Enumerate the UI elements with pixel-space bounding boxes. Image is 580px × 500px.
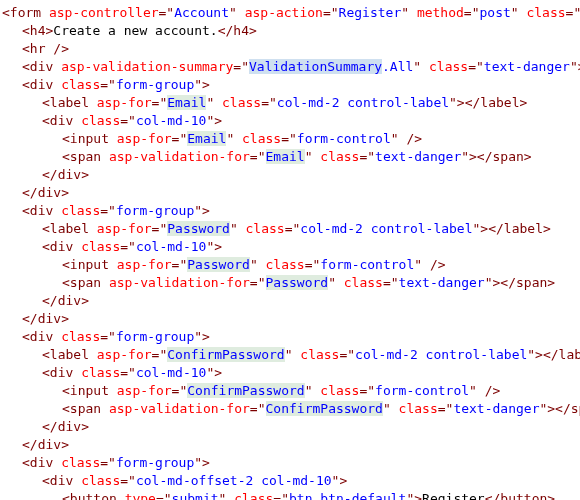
code-line: <span asp-validation-for="Password" clas… — [2, 274, 578, 292]
code-line: <div class="form-group"> — [2, 328, 578, 346]
code-line: <span asp-validation-for="ConfirmPasswor… — [2, 400, 578, 418]
code-line: <input asp-for="ConfirmPassword" class="… — [2, 382, 578, 400]
code-line: <form asp-controller="Account" asp-actio… — [2, 4, 578, 22]
code-line: <label asp-for="Email" class="col-md-2 c… — [2, 94, 578, 112]
code-line: <div class="col-md-offset-2 col-md-10"> — [2, 472, 578, 490]
code-line: <h4>Create a new account.</h4> — [2, 22, 578, 40]
code-line: <div class="col-md-10"> — [2, 112, 578, 130]
code-line: <input asp-for="Password" class="form-co… — [2, 256, 578, 274]
code-line: <div class="col-md-10"> — [2, 238, 578, 256]
code-line: <div class="col-md-10"> — [2, 364, 578, 382]
code-block: <form asp-controller="Account" asp-actio… — [2, 4, 578, 500]
code-line: <label asp-for="ConfirmPassword" class="… — [2, 346, 578, 364]
code-line: <div class="form-group"> — [2, 202, 578, 220]
code-line: <span asp-validation-for="Email" class="… — [2, 148, 578, 166]
code-line: <label asp-for="Password" class="col-md-… — [2, 220, 578, 238]
code-line: <div asp-validation-summary="ValidationS… — [2, 58, 578, 76]
code-line: <hr /> — [2, 40, 578, 58]
code-line: <div class="form-group"> — [2, 76, 578, 94]
code-line: </div> — [2, 292, 578, 310]
code-line: </div> — [2, 310, 578, 328]
code-line: </div> — [2, 436, 578, 454]
code-line: <button type="submit" class="btn btn-def… — [2, 490, 578, 500]
code-line: <div class="form-group"> — [2, 454, 578, 472]
code-line: </div> — [2, 418, 578, 436]
code-line: </div> — [2, 166, 578, 184]
code-line: </div> — [2, 184, 578, 202]
code-line: <input asp-for="Email" class="form-contr… — [2, 130, 578, 148]
